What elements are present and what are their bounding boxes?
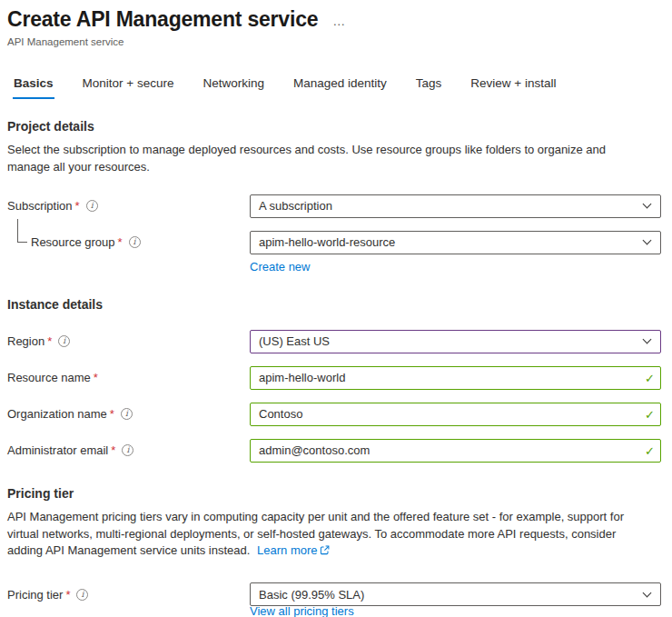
- tab-review-install[interactable]: Review + install: [469, 73, 557, 99]
- resource-name-label: Resource name: [7, 371, 91, 384]
- chevron-down-icon: [643, 200, 652, 209]
- valid-check-icon: ✓: [645, 443, 655, 457]
- tab-tags[interactable]: Tags: [415, 73, 443, 99]
- resource-group-dropdown[interactable]: apim-hello-world-resource: [250, 231, 661, 254]
- view-all-pricing-row: View all pricing tiers: [7, 604, 663, 617]
- pricing-tier-row: Pricing tier * i Basic (99.95% SLA): [7, 582, 663, 606]
- valid-check-icon: ✓: [645, 407, 655, 421]
- region-label: Region: [7, 334, 44, 348]
- required-marker: *: [118, 235, 123, 249]
- page-header: Create API Management service …: [7, 7, 663, 32]
- resource-group-row: Resource group * i apim-hello-world-reso…: [7, 231, 663, 254]
- instance-details-heading: Instance details: [7, 297, 663, 312]
- resource-group-tree-connector: [17, 219, 27, 243]
- instance-details-form: Region * i (US) East US Resource name * …: [7, 330, 663, 463]
- administrator-email-label: Administrator email: [7, 443, 108, 457]
- page-subtitle: API Management service: [7, 36, 663, 47]
- project-details-heading: Project details: [7, 119, 663, 134]
- info-icon[interactable]: i: [58, 335, 70, 347]
- pricing-tier-dropdown[interactable]: Basic (99.95% SLA): [250, 582, 661, 606]
- organization-name-row: Organization name * i ✓: [7, 403, 663, 426]
- administrator-email-input[interactable]: [250, 439, 661, 463]
- info-icon[interactable]: i: [129, 236, 141, 248]
- chevron-down-icon: [643, 588, 652, 597]
- required-marker: *: [111, 443, 115, 457]
- project-details-description: Select the subscription to manage deploy…: [7, 142, 648, 176]
- resource-group-value: apim-hello-world-resource: [259, 235, 395, 249]
- region-row: Region * i (US) East US: [7, 330, 663, 353]
- create-new-row: Create new: [7, 260, 663, 274]
- info-icon[interactable]: i: [86, 200, 98, 212]
- external-link-icon: [320, 544, 330, 558]
- chevron-down-icon: [643, 236, 652, 245]
- tab-monitor-secure[interactable]: Monitor + secure: [82, 73, 175, 99]
- subscription-label: Subscription: [7, 199, 73, 213]
- learn-more-link[interactable]: Learn more: [257, 543, 317, 557]
- tab-basics[interactable]: Basics: [13, 73, 54, 99]
- required-marker: *: [65, 588, 70, 602]
- required-marker: *: [94, 371, 98, 384]
- pricing-tier-value: Basic (99.95% SLA): [259, 588, 364, 602]
- more-options-button[interactable]: …: [332, 14, 346, 28]
- resource-name-row: Resource name * ✓: [7, 366, 663, 390]
- tab-managed-identity[interactable]: Managed identity: [292, 73, 388, 99]
- info-icon[interactable]: i: [76, 589, 88, 601]
- administrator-email-row: Administrator email * i ✓: [7, 439, 663, 463]
- page-title: Create API Management service: [7, 7, 318, 32]
- resource-name-input[interactable]: [250, 366, 661, 390]
- required-marker: *: [47, 334, 52, 348]
- wizard-tabs: Basics Monitor + secure Networking Manag…: [7, 73, 663, 99]
- organization-name-label: Organization name: [7, 407, 107, 421]
- region-dropdown[interactable]: (US) East US: [250, 330, 661, 353]
- tab-networking[interactable]: Networking: [202, 73, 265, 99]
- pricing-description: API Management pricing tiers vary in com…: [7, 509, 648, 562]
- create-new-link[interactable]: Create new: [250, 260, 310, 274]
- subscription-dropdown[interactable]: A subscription: [250, 194, 661, 218]
- organization-name-input[interactable]: [250, 403, 661, 426]
- project-details-form: Subscription * i A subscription Resource…: [7, 194, 663, 274]
- required-marker: *: [75, 199, 80, 213]
- pricing-tier-heading: Pricing tier: [7, 486, 663, 501]
- chevron-down-icon: [643, 335, 652, 344]
- info-icon[interactable]: i: [122, 444, 133, 456]
- valid-check-icon: ✓: [645, 371, 655, 384]
- info-icon[interactable]: i: [121, 408, 133, 420]
- subscription-row: Subscription * i A subscription: [7, 194, 663, 218]
- view-all-pricing-tiers-link[interactable]: View all pricing tiers: [250, 604, 354, 617]
- resource-group-label: Resource group: [31, 235, 115, 249]
- required-marker: *: [110, 407, 114, 421]
- subscription-value: A subscription: [259, 199, 332, 213]
- region-value: (US) East US: [259, 334, 330, 348]
- create-apim-page: Create API Management service … API Mana…: [0, 0, 672, 617]
- pricing-tier-label: Pricing tier: [7, 588, 63, 602]
